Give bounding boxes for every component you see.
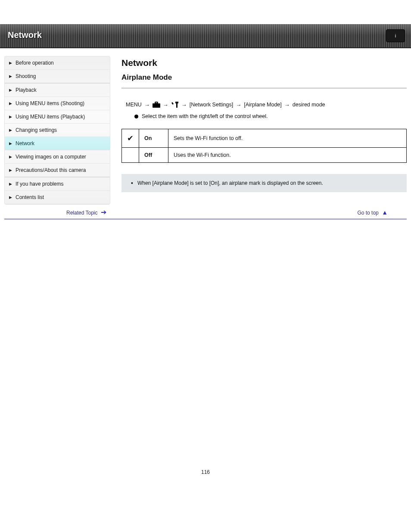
sidebar-item-label: Before operation [16,60,54,66]
sidebar-item-label: Shooting [16,73,36,79]
sidebar-item-label: Using MENU items (Shooting) [16,100,84,106]
caret-right-icon: ▶ [9,195,12,199]
table-row: ✔ On Sets the Wi-Fi function to off. [122,129,407,148]
sidebar-item-menu-shooting[interactable]: ▶ Using MENU items (Shooting) [5,97,110,110]
sidebar-item-changing-settings[interactable]: ▶ Changing settings [5,124,110,137]
banner: Network i [0,24,411,48]
instruction-substep: Select the item with the right/left of t… [121,113,407,119]
caret-right-icon: ▶ [9,88,12,92]
sidebar-item-playback[interactable]: ▶ Playback [5,84,110,97]
sidebar-item-precautions[interactable]: ▶ Precautions/About this camera [5,164,110,177]
bottom-nav: Related Topic ➔ Go to top ▲ [0,205,411,219]
svg-rect-3 [176,103,177,108]
options-table: ✔ On Sets the Wi-Fi function to off. Off… [121,129,407,163]
path-step-label: [Airplane Mode] [244,102,282,108]
go-to-top-label: Go to top [357,210,378,216]
row-icon-cell: ✔ [122,129,139,148]
info-button-label: i [395,33,396,38]
path-step-network-settings: [Network Settings] → [190,102,241,108]
arrow-right-icon: → [144,102,150,108]
sidebar-item-viewing-computer[interactable]: ▶ Viewing images on a computer [5,150,110,164]
row-desc-cell: Uses the Wi-Fi function. [168,148,407,163]
go-to-top-link[interactable]: Go to top ▲ [357,210,388,216]
page-number: 116 [0,469,411,488]
path-step-label: desired mode [293,102,325,108]
info-button[interactable]: i [386,29,405,42]
check-icon: ✔ [127,134,134,143]
arrow-right-icon: ➔ [101,208,106,216]
sidebar-item-label: Network [16,140,34,146]
row-icon-cell [122,148,139,163]
menu-path: MENU → → → [121,101,407,108]
banner-title: Network [8,30,42,40]
caret-right-icon: ▶ [9,74,12,78]
caret-right-icon: ▶ [9,101,12,106]
sidebar-item-label: Contents list [16,194,44,200]
row-desc-cell: Sets the Wi-Fi function to off. [168,129,407,148]
bullet-icon [134,115,138,118]
bottom-divider [4,219,407,219]
sidebar-item-contents-list[interactable]: ▶ Contents list [5,191,110,204]
svg-rect-0 [153,103,160,108]
path-step-label: MENU [126,102,142,108]
path-step-airplane-mode: [Airplane Mode] → [244,102,290,108]
sidebar-item-if-problems[interactable]: ▶ If you have problems [5,177,110,191]
sidebar-item-menu-playback[interactable]: ▶ Using MENU items (Playback) [5,110,110,124]
path-step-tools: → [171,101,187,108]
arrow-right-icon: → [181,102,187,108]
note-box: • When [Airplane Mode] is set to [On], a… [121,174,407,192]
path-step-desired-mode: desired mode [293,102,325,108]
path-step-toolbox: → [153,102,168,108]
sidebar-item-label: Changing settings [16,127,57,133]
caret-right-icon: ▶ [9,128,12,132]
main-content: Network Airplane Mode MENU → → [121,56,407,205]
caret-right-icon: ▶ [9,182,12,186]
svg-rect-1 [155,102,158,103]
arrow-right-icon: → [163,102,168,108]
caret-right-icon: ▶ [9,61,12,65]
sidebar-item-label: If you have problems [16,181,63,187]
note-text: When [Airplane Mode] is set to [On], an … [137,180,323,186]
row-option-cell: On [139,129,168,148]
related-topic-link[interactable]: Related Topic ➔ [66,210,106,216]
arrow-up-icon: ▲ [382,209,388,216]
row-option-cell: Off [139,148,168,163]
sidebar-item-network[interactable]: ▶ Network [5,137,110,150]
path-step-label: [Network Settings] [190,102,233,108]
page-title: Network [121,58,407,68]
table-row: Off Uses the Wi-Fi function. [122,148,407,163]
arrow-right-icon: → [284,102,290,108]
sidebar-item-label: Using MENU items (Playback) [16,114,85,120]
instruction-text: Select the item with the right/left of t… [142,113,268,119]
sidebar-item-label: Precautions/About this camera [16,167,86,173]
caret-right-icon: ▶ [9,155,12,159]
caret-right-icon: ▶ [9,168,12,172]
section-divider [121,88,407,88]
caret-right-icon: ▶ [9,115,12,119]
sidebar-item-label: Playback [16,87,37,93]
sidebar-item-shooting[interactable]: ▶ Shooting [5,70,110,84]
sidebar-item-before-operation[interactable]: ▶ Before operation [5,56,110,70]
caret-right-icon: ▶ [9,141,12,146]
sidebar: ▶ Before operation ▶ Shooting ▶ Playback… [4,56,110,205]
sidebar-item-label: Viewing images on a computer [16,154,86,160]
related-topic-label: Related Topic [66,210,98,216]
bullet-icon: • [131,180,133,186]
path-step-menu: MENU → [126,102,150,108]
svg-rect-2 [175,102,178,103]
section-title: Airplane Mode [121,73,407,82]
toolbox-icon [153,102,160,108]
arrow-right-icon: → [236,102,241,108]
tools-icon [171,101,179,108]
